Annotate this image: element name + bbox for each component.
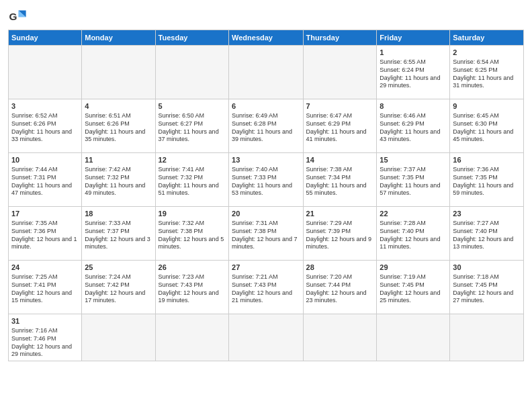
day-info: Sunrise: 7:32 AM Sunset: 7:38 PM Dayligh… bbox=[159, 220, 224, 250]
day-info: Sunrise: 6:46 AM Sunset: 6:29 PM Dayligh… bbox=[380, 112, 440, 142]
day-info: Sunrise: 7:36 AM Sunset: 7:35 PM Dayligh… bbox=[453, 166, 513, 196]
day-info: Sunrise: 6:45 AM Sunset: 6:30 PM Dayligh… bbox=[453, 112, 513, 142]
calendar-cell bbox=[82, 46, 155, 99]
calendar-cell: 30Sunrise: 7:18 AM Sunset: 7:45 PM Dayli… bbox=[450, 261, 524, 314]
day-number: 5 bbox=[159, 101, 226, 111]
day-info: Sunrise: 7:27 AM Sunset: 7:40 PM Dayligh… bbox=[453, 220, 513, 250]
day-header-wednesday: Wednesday bbox=[229, 30, 303, 46]
calendar-cell: 15Sunrise: 7:37 AM Sunset: 7:35 PM Dayli… bbox=[377, 153, 450, 207]
day-number: 30 bbox=[453, 263, 521, 272]
day-header-monday: Monday bbox=[82, 30, 155, 46]
day-number: 23 bbox=[453, 209, 521, 218]
calendar-cell: 20Sunrise: 7:31 AM Sunset: 7:38 PM Dayli… bbox=[229, 207, 303, 261]
calendar-cell: 16Sunrise: 7:36 AM Sunset: 7:35 PM Dayli… bbox=[450, 153, 524, 207]
day-number: 27 bbox=[232, 263, 300, 272]
day-info: Sunrise: 7:19 AM Sunset: 7:45 PM Dayligh… bbox=[380, 273, 440, 304]
calendar-week-5: 31Sunrise: 7:16 AM Sunset: 7:46 PM Dayli… bbox=[9, 314, 524, 361]
page-header: G bbox=[8, 7, 524, 26]
calendar-cell: 9Sunrise: 6:45 AM Sunset: 6:30 PM Daylig… bbox=[450, 99, 524, 153]
logo-icon: G bbox=[8, 7, 27, 26]
calendar-cell: 1Sunrise: 6:55 AM Sunset: 6:24 PM Daylig… bbox=[377, 46, 450, 99]
calendar-cell: 12Sunrise: 7:41 AM Sunset: 7:32 PM Dayli… bbox=[155, 153, 228, 207]
calendar-week-4: 24Sunrise: 7:25 AM Sunset: 7:41 PM Dayli… bbox=[9, 261, 524, 314]
calendar-week-3: 17Sunrise: 7:35 AM Sunset: 7:36 PM Dayli… bbox=[9, 207, 524, 261]
day-info: Sunrise: 7:33 AM Sunset: 7:37 PM Dayligh… bbox=[85, 220, 150, 250]
day-header-sunday: Sunday bbox=[9, 30, 82, 46]
day-info: Sunrise: 7:38 AM Sunset: 7:34 PM Dayligh… bbox=[306, 166, 367, 196]
day-number: 8 bbox=[380, 101, 447, 111]
day-number: 12 bbox=[159, 155, 226, 165]
day-info: Sunrise: 6:47 AM Sunset: 6:29 PM Dayligh… bbox=[306, 112, 367, 142]
calendar-cell bbox=[377, 314, 450, 361]
calendar-cell: 5Sunrise: 6:50 AM Sunset: 6:27 PM Daylig… bbox=[155, 99, 228, 153]
day-number: 14 bbox=[306, 155, 374, 165]
calendar-cell bbox=[155, 46, 228, 99]
day-info: Sunrise: 7:28 AM Sunset: 7:40 PM Dayligh… bbox=[380, 220, 440, 250]
calendar-cell: 21Sunrise: 7:29 AM Sunset: 7:39 PM Dayli… bbox=[303, 207, 377, 261]
day-info: Sunrise: 6:55 AM Sunset: 6:24 PM Dayligh… bbox=[380, 58, 440, 89]
calendar-cell: 19Sunrise: 7:32 AM Sunset: 7:38 PM Dayli… bbox=[155, 207, 228, 261]
day-info: Sunrise: 7:44 AM Sunset: 7:31 PM Dayligh… bbox=[11, 166, 72, 196]
calendar-cell: 18Sunrise: 7:33 AM Sunset: 7:37 PM Dayli… bbox=[82, 207, 155, 261]
calendar-cell: 7Sunrise: 6:47 AM Sunset: 6:29 PM Daylig… bbox=[303, 99, 377, 153]
day-number: 18 bbox=[85, 209, 152, 218]
day-info: Sunrise: 6:49 AM Sunset: 6:28 PM Dayligh… bbox=[232, 112, 292, 142]
day-info: Sunrise: 7:37 AM Sunset: 7:35 PM Dayligh… bbox=[380, 166, 440, 196]
calendar-cell: 8Sunrise: 6:46 AM Sunset: 6:29 PM Daylig… bbox=[377, 99, 450, 153]
calendar-cell: 29Sunrise: 7:19 AM Sunset: 7:45 PM Dayli… bbox=[377, 261, 450, 314]
day-info: Sunrise: 7:21 AM Sunset: 7:43 PM Dayligh… bbox=[232, 273, 292, 304]
day-header-tuesday: Tuesday bbox=[155, 30, 228, 46]
calendar-cell: 24Sunrise: 7:25 AM Sunset: 7:41 PM Dayli… bbox=[9, 261, 82, 314]
day-number: 20 bbox=[232, 209, 300, 218]
day-info: Sunrise: 6:52 AM Sunset: 6:26 PM Dayligh… bbox=[11, 112, 72, 142]
calendar-week-1: 3Sunrise: 6:52 AM Sunset: 6:26 PM Daylig… bbox=[9, 99, 524, 153]
svg-text:G: G bbox=[9, 11, 17, 22]
day-number: 3 bbox=[11, 101, 79, 111]
calendar-cell: 3Sunrise: 6:52 AM Sunset: 6:26 PM Daylig… bbox=[9, 99, 82, 153]
calendar-cell bbox=[229, 314, 303, 361]
day-number: 6 bbox=[232, 101, 300, 111]
day-number: 13 bbox=[232, 155, 300, 165]
logo: G bbox=[8, 7, 30, 26]
day-number: 29 bbox=[380, 263, 447, 272]
calendar-cell bbox=[303, 314, 377, 361]
day-number: 25 bbox=[85, 263, 152, 272]
calendar-cell bbox=[450, 314, 524, 361]
day-header-friday: Friday bbox=[377, 30, 450, 46]
calendar-cell bbox=[82, 314, 155, 361]
day-number: 26 bbox=[159, 263, 226, 272]
day-number: 24 bbox=[11, 263, 79, 272]
day-number: 9 bbox=[453, 101, 521, 111]
day-header-thursday: Thursday bbox=[303, 30, 377, 46]
calendar-header-row: SundayMondayTuesdayWednesdayThursdayFrid… bbox=[9, 30, 524, 46]
day-number: 21 bbox=[306, 209, 374, 218]
calendar-cell: 10Sunrise: 7:44 AM Sunset: 7:31 PM Dayli… bbox=[9, 153, 82, 207]
calendar-cell: 28Sunrise: 7:20 AM Sunset: 7:44 PM Dayli… bbox=[303, 261, 377, 314]
day-info: Sunrise: 7:42 AM Sunset: 7:32 PM Dayligh… bbox=[85, 166, 145, 196]
calendar-cell: 4Sunrise: 6:51 AM Sunset: 6:26 PM Daylig… bbox=[82, 99, 155, 153]
day-number: 16 bbox=[453, 155, 521, 165]
day-info: Sunrise: 6:51 AM Sunset: 6:26 PM Dayligh… bbox=[85, 112, 145, 142]
day-number: 19 bbox=[159, 209, 226, 218]
day-info: Sunrise: 7:16 AM Sunset: 7:46 PM Dayligh… bbox=[11, 327, 72, 357]
day-info: Sunrise: 7:31 AM Sunset: 7:38 PM Dayligh… bbox=[232, 220, 298, 250]
calendar-cell: 2Sunrise: 6:54 AM Sunset: 6:25 PM Daylig… bbox=[450, 46, 524, 99]
day-number: 10 bbox=[11, 155, 79, 165]
day-info: Sunrise: 7:25 AM Sunset: 7:41 PM Dayligh… bbox=[11, 273, 72, 304]
day-number: 28 bbox=[306, 263, 374, 272]
calendar-cell: 27Sunrise: 7:21 AM Sunset: 7:43 PM Dayli… bbox=[229, 261, 303, 314]
calendar-cell: 13Sunrise: 7:40 AM Sunset: 7:33 PM Dayli… bbox=[229, 153, 303, 207]
calendar-cell bbox=[155, 314, 228, 361]
day-info: Sunrise: 7:23 AM Sunset: 7:43 PM Dayligh… bbox=[159, 273, 219, 304]
day-info: Sunrise: 7:41 AM Sunset: 7:32 PM Dayligh… bbox=[159, 166, 219, 196]
day-number: 31 bbox=[11, 316, 79, 326]
calendar-cell bbox=[9, 46, 82, 99]
day-number: 7 bbox=[306, 101, 374, 111]
day-number: 22 bbox=[380, 209, 447, 218]
day-number: 17 bbox=[11, 209, 79, 218]
day-info: Sunrise: 7:24 AM Sunset: 7:42 PM Dayligh… bbox=[85, 273, 145, 304]
calendar-table: SundayMondayTuesdayWednesdayThursdayFrid… bbox=[8, 30, 524, 361]
calendar-week-2: 10Sunrise: 7:44 AM Sunset: 7:31 PM Dayli… bbox=[9, 153, 524, 207]
calendar-cell: 26Sunrise: 7:23 AM Sunset: 7:43 PM Dayli… bbox=[155, 261, 228, 314]
day-info: Sunrise: 6:50 AM Sunset: 6:27 PM Dayligh… bbox=[159, 112, 219, 142]
